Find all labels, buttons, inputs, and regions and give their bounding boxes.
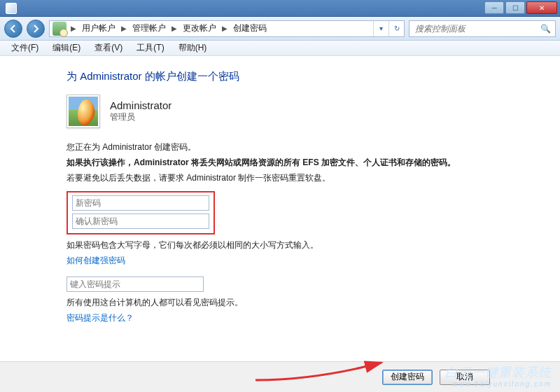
crumb-manage-accounts[interactable]: 管理帐户: [128, 22, 170, 34]
back-button[interactable]: [4, 20, 22, 38]
chevron-right-icon[interactable]: ▶: [69, 24, 78, 32]
link-what-is-hint[interactable]: 密码提示是什么？: [66, 313, 134, 323]
link-strong-password[interactable]: 如何创建强密码: [66, 255, 125, 265]
avatar-image-icon: [69, 97, 98, 126]
minimize-button[interactable]: ─: [484, 1, 504, 14]
menu-file[interactable]: 文件(F): [6, 41, 44, 55]
chevron-right-icon[interactable]: ▶: [220, 24, 229, 32]
create-password-button[interactable]: 创建密码: [382, 370, 433, 385]
new-password-field[interactable]: [72, 195, 209, 211]
search-box[interactable]: 🔍: [409, 20, 556, 37]
user-name: Administrator: [110, 99, 172, 111]
crumb-change-account[interactable]: 更改帐户: [178, 22, 220, 34]
warning-note: 如果执行该操作，Administrator 将丢失网站或网络资源的所有 EFS …: [66, 156, 497, 169]
advice-note: 若要避免以后丢失数据，请要求 Administrator 制作一张密码重置软盘。: [66, 172, 497, 184]
menu-edit[interactable]: 编辑(E): [47, 41, 86, 55]
chevron-right-icon[interactable]: ▶: [170, 24, 178, 32]
address-bar[interactable]: ▶ 用户帐户 ▶ 管理帐户 ▶ 更改帐户 ▶ 创建密码 ▾ ↻: [49, 20, 405, 37]
user-summary: Administrator 管理员: [66, 94, 497, 128]
window-controls: ─ ☐ ✕: [484, 0, 560, 16]
breadcrumb: ▶ 用户帐户 ▶ 管理帐户 ▶ 更改帐户 ▶ 创建密码: [69, 22, 373, 34]
chevron-right-icon[interactable]: ▶: [120, 24, 128, 32]
crumb-create-password[interactable]: 创建密码: [229, 22, 271, 34]
menu-view[interactable]: 查看(V): [89, 41, 128, 55]
page-title: 为 Administrator 的帐户创建一个密码: [66, 70, 497, 83]
bottom-bar: 创建密码 取消: [0, 361, 560, 392]
arrow-right-icon: [31, 24, 40, 33]
highlight-box: [66, 191, 215, 234]
creating-note: 您正在为 Administrator 创建密码。: [66, 141, 497, 153]
search-icon[interactable]: 🔍: [540, 24, 551, 34]
crumb-user-accounts[interactable]: 用户帐户: [78, 22, 120, 34]
maximize-button[interactable]: ☐: [505, 1, 525, 14]
menu-tools[interactable]: 工具(T): [131, 41, 169, 55]
menu-help[interactable]: 帮助(H): [173, 41, 213, 55]
caps-note: 如果密码包含大写字母，它们每次都必须以相同的大小写方式输入。: [66, 239, 497, 251]
nav-bar: ▶ 用户帐户 ▶ 管理帐户 ▶ 更改帐户 ▶ 创建密码 ▾ ↻ 🔍: [0, 17, 560, 41]
user-role: 管理员: [110, 111, 172, 123]
avatar: [66, 94, 100, 128]
refresh-button[interactable]: ↻: [388, 21, 404, 36]
close-button[interactable]: ✕: [526, 1, 557, 14]
cancel-button[interactable]: 取消: [440, 370, 490, 385]
password-hint-field[interactable]: [66, 276, 204, 292]
user-accounts-icon: [52, 22, 66, 36]
confirm-password-field[interactable]: [72, 214, 209, 229]
system-icon: [6, 3, 17, 14]
search-input[interactable]: [414, 23, 540, 34]
address-dropdown[interactable]: ▾: [373, 21, 388, 36]
menu-bar: 文件(F) 编辑(E) 查看(V) 工具(T) 帮助(H): [0, 41, 560, 56]
arrow-left-icon: [9, 24, 18, 33]
title-bar: ─ ☐ ✕: [0, 0, 560, 17]
hint-visible-note: 所有使用这台计算机的人都可以看见密码提示。: [66, 296, 497, 309]
content-area: 为 Administrator 的帐户创建一个密码 Administrator …: [0, 56, 560, 361]
forward-button[interactable]: [27, 20, 45, 38]
